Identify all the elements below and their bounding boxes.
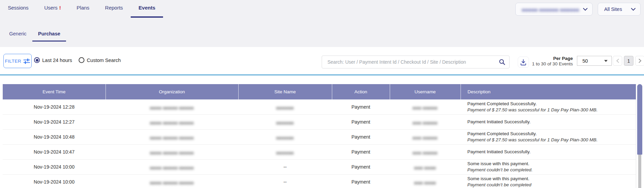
organization-cell: ▅▅▅▅ ▅▅▅▅▅ ▅▅▅▅▅	[106, 99, 238, 114]
events-table-area: Event Time Organization Site Name Action…	[0, 75, 644, 188]
search-bar	[322, 56, 510, 68]
description-cell: Some issue with this payment. Payment co…	[461, 174, 636, 188]
tab-plans[interactable]: Plans	[69, 0, 97, 18]
vertical-scrollbar[interactable]	[637, 84, 642, 188]
tab-sessions[interactable]: Sessions	[0, 0, 36, 18]
site-dropdown[interactable]: All Sites	[598, 3, 641, 16]
filter-toolbar: FILTER Last 24 hours Custom Search	[0, 47, 644, 75]
description-cell: Payment Initiated Successfully.	[461, 144, 636, 159]
description-cell: Payment Completed Successfully. Payment …	[461, 99, 636, 114]
action-cell: Payment	[332, 99, 390, 114]
results-range-text: 1 to 30 of 30 Events	[526, 61, 573, 67]
scrollbar-track[interactable]	[638, 155, 641, 188]
description-line-1: Payment Initiated Successfully.	[467, 149, 633, 155]
tab-users[interactable]: Users!	[36, 0, 69, 18]
description-cell: Payment Initiated Successfully.	[461, 114, 636, 129]
next-page-button[interactable]	[635, 56, 644, 66]
organization-dropdown[interactable]: ▅▅▅▅▅ ▅▅▅▅▅▅ ▅▅▅▅▅▅	[515, 3, 593, 16]
chevron-left-icon	[616, 59, 619, 63]
prev-page-button[interactable]	[613, 56, 622, 66]
site-name-cell: ▅▅▅▅▅▅	[238, 99, 332, 114]
download-icon	[520, 59, 526, 65]
table-row[interactable]: Nov-19-2024 12:28 ▅▅▅▅ ▅▅▅▅▅ ▅▅▅▅▅ ▅▅▅▅▅…	[3, 99, 636, 114]
results-summary: Per Page 1 to 30 of 30 Events	[526, 56, 573, 67]
event-time-cell: Nov-19-2024 10:00	[3, 159, 106, 174]
site-name-cell: ▅▅▅▅▅▅	[238, 114, 332, 129]
description-line-2: Payment of $ 27.50 was successful for 1 …	[467, 107, 633, 113]
organization-cell: ▅▅▅▅ ▅▅▅▅▅ ▅▅▅▅▅	[106, 174, 238, 188]
description-line-1: Payment Completed Successfully.	[467, 131, 633, 137]
tab-events[interactable]: Events	[131, 0, 163, 18]
action-cell: Payment	[332, 114, 390, 129]
page-size-value: 50	[582, 58, 588, 64]
action-cell: Payment	[332, 129, 390, 144]
search-input[interactable]	[322, 56, 510, 68]
subtab-generic[interactable]: Generic	[3, 27, 32, 42]
description-line-1: Some issue with this payment.	[467, 161, 633, 167]
table-row[interactable]: Nov-19-2024 10:00 ▅▅▅▅ ▅▅▅▅▅ ▅▅▅▅▅ -- Pa…	[3, 174, 636, 188]
site-name-cell: ▅▅▅▅▅▅	[238, 144, 332, 159]
username-cell: ▅▅▅ ▅▅▅▅	[390, 159, 461, 174]
username-cell: ▅▅▅ ▅▅▅▅▅	[390, 114, 461, 129]
description-line-1: Payment Initiated Successfully.	[467, 119, 633, 125]
event-time-cell: Nov-19-2024 12:27	[3, 114, 106, 129]
site-name-cell: ▅▅▅▅▅▅	[238, 129, 332, 144]
username-cell: ▅▅▅ ▅▅▅▅▅	[390, 144, 461, 159]
site-dropdown-value: All Sites	[604, 6, 622, 12]
table-body: Nov-19-2024 12:28 ▅▅▅▅ ▅▅▅▅▅ ▅▅▅▅▅ ▅▅▅▅▅…	[3, 99, 636, 188]
col-header-username: Username	[390, 84, 461, 99]
col-header-description: Description	[461, 84, 636, 99]
time-filter-radios: Last 24 hours Custom Search	[34, 57, 127, 63]
event-time-cell: Nov-19-2024 12:28	[3, 99, 106, 114]
site-name-cell: --	[238, 174, 332, 188]
event-time-cell: Nov-19-2024 10:48	[3, 129, 106, 144]
radio-unselected-icon	[79, 57, 84, 63]
tune-sliders-icon	[23, 58, 30, 64]
topbar: Sessions Users! Plans Reports Events ▅▅▅…	[0, 0, 644, 47]
col-header-event-time: Event Time	[3, 84, 106, 99]
page-size-select[interactable]: 50	[577, 56, 612, 66]
organization-dropdown-value: ▅▅▅▅▅ ▅▅▅▅▅▅ ▅▅▅▅▅▅	[522, 7, 579, 12]
table-row[interactable]: Nov-19-2024 10:00 ▅▅▅▅ ▅▅▅▅▅ ▅▅▅▅▅ -- Pa…	[3, 159, 636, 174]
pagination: 1	[613, 56, 644, 66]
table-row[interactable]: Nov-19-2024 10:47 ▅▅▅▅ ▅▅▅▅▅ ▅▅▅▅▅ ▅▅▅▅▅…	[3, 144, 636, 159]
site-name-cell: --	[238, 159, 332, 174]
description-line-2: Payment couldn't be completed	[467, 182, 633, 188]
scrollbar-thumb[interactable]	[637, 84, 642, 155]
description-line-2: Payment of $ 27.50 was successful for 1 …	[467, 137, 633, 143]
event-type-subtabs: Generic Purchase	[0, 27, 644, 42]
chevron-right-icon	[639, 59, 642, 63]
chevron-down-icon	[583, 8, 587, 11]
col-header-site-name: Site Name	[238, 84, 332, 99]
event-time-cell: Nov-19-2024 10:47	[3, 144, 106, 159]
table-row[interactable]: Nov-19-2024 12:27 ▅▅▅▅ ▅▅▅▅▅ ▅▅▅▅▅ ▅▅▅▅▅…	[3, 114, 636, 129]
table-header-row: Event Time Organization Site Name Action…	[3, 84, 636, 99]
subtab-purchase[interactable]: Purchase	[32, 27, 66, 42]
radio-selected-icon	[34, 57, 40, 63]
filter-button[interactable]: FILTER	[3, 54, 32, 68]
col-header-organization: Organization	[106, 84, 238, 99]
organization-cell: ▅▅▅▅ ▅▅▅▅▅ ▅▅▅▅▅	[106, 114, 238, 129]
description-line-1: Some issue with this payment.	[467, 176, 633, 182]
chevron-down-icon	[631, 8, 635, 11]
filter-button-label: FILTER	[5, 59, 21, 64]
events-table: Event Time Organization Site Name Action…	[3, 84, 636, 188]
organization-cell: ▅▅▅▅ ▅▅▅▅▅ ▅▅▅▅▅	[106, 144, 238, 159]
username-cell: ▅▅▅ ▅▅▅▅▅	[390, 99, 461, 114]
header-selectors: ▅▅▅▅▅ ▅▅▅▅▅▅ ▅▅▅▅▅▅ All Sites	[515, 3, 641, 16]
current-page-button[interactable]: 1	[624, 56, 633, 66]
users-alert-badge: !	[59, 5, 61, 11]
table-right-border	[636, 84, 636, 188]
col-header-action: Action	[332, 84, 390, 99]
table-row[interactable]: Nov-19-2024 10:48 ▅▅▅▅ ▅▅▅▅▅ ▅▅▅▅▅ ▅▅▅▅▅…	[3, 129, 636, 144]
radio-last-24-hours[interactable]: Last 24 hours	[34, 57, 72, 63]
action-cell: Payment	[332, 159, 390, 174]
action-cell: Payment	[332, 174, 390, 188]
caret-down-icon	[604, 60, 608, 62]
radio-custom-search[interactable]: Custom Search	[79, 57, 121, 63]
search-icon[interactable]	[499, 59, 505, 65]
description-line-2: Payment couldn't be completed.	[467, 167, 633, 173]
per-page-label: Per Page	[526, 56, 573, 61]
tab-reports[interactable]: Reports	[97, 0, 131, 18]
events-page: Sessions Users! Plans Reports Events ▅▅▅…	[0, 0, 644, 188]
